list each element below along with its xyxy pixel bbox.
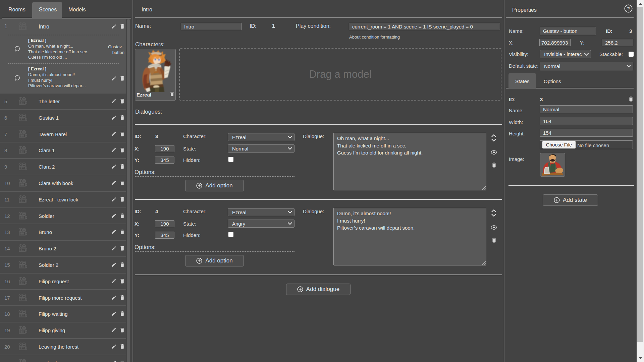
svg-text:?: ?	[627, 6, 630, 11]
